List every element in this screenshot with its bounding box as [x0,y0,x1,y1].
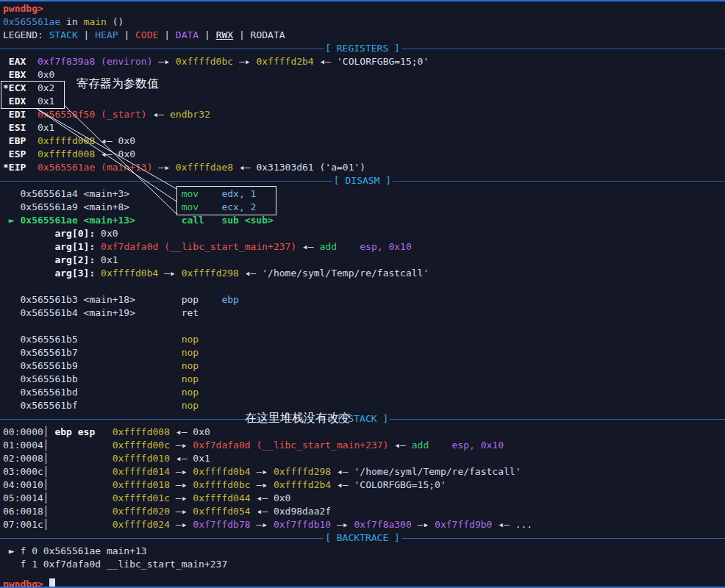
top-border-line [0,0,725,1]
stack-row-00: 00:0000│ ebp esp 0xffffd008 ◂— 0x0 [3,426,725,439]
annotation-register-note: 寄存器为参数值 [76,77,159,90]
register-row-eax: EAX 0xf7f839a8 (environ) —▸ 0xffffd0bc —… [3,55,725,68]
stack-row-07: 07:001c│ 0xffffd024 —▸ 0xf7ffdb78 —▸ 0xf… [3,518,725,531]
register-row-esi: ESI 0x1 [3,121,725,135]
divider-stack: [ STACK ] [0,412,725,426]
blank-line [3,320,725,333]
stack-row-04: 04:0010│ 0xffffd018 —▸ 0xffffd0bc —▸ 0xf… [3,478,725,492]
section-label: [ DISASM ] [332,174,393,187]
annotation-box-disasm [176,186,276,215]
stack-row-03: 03:000c│ 0xffffd014 —▸ 0xffffd0b4 —▸ 0xf… [3,465,725,478]
divider-registers: [ REGISTERS ] [0,42,725,55]
backtrace-frame-1: f 1 0xf7dafa0d __libc_start_main+237 [3,558,725,571]
disasm-row-main19: 0x565561b4 <main+19> ret [3,306,725,320]
disasm-row-nop-4: 0x565561bb nop [3,373,725,386]
prompt-line: pwndbg> [3,2,725,15]
disasm-row-nop-5: 0x565561bd nop [3,386,725,399]
section-label: [ REGISTERS ] [324,42,401,55]
stack-row-01: 01:0004│ 0xffffd00c —▸ 0xf7dafa0d (__lib… [3,439,725,452]
terminal-screen: pwndbg> 0x565561ae in main ()LEGEND: STA… [0,0,725,588]
divider-dash [0,538,324,539]
disasm-row-main8: 0x565561a9 <main+8> mov ecx, 2 [3,201,725,214]
annotation-stack-note: 在这里堆栈没有改变 [245,412,351,425]
divider-dash [0,181,332,182]
disasm-row-main13-current: ► 0x565561ae <main+13> call sub <sub> [3,214,725,227]
register-row-edx: EDX 0x1 [3,95,725,108]
divider-backtrace: [ BACKTRACE ] [0,531,725,545]
divider-dash [0,49,324,49]
disasm-arg-3: arg[3]: 0xffffd0b4 —▸ 0xffffd298 ◂— '/ho… [3,267,725,280]
divider-disasm: [ DISASM ] [0,174,725,187]
disasm-row-nop-2: 0x565561b7 nop [3,346,725,359]
disasm-row-main3: 0x565561a4 <main+3> mov edx, 1 [3,187,725,201]
disasm-arg-0: arg[0]: 0x0 [3,227,725,240]
register-row-ebp: EBP 0xffffd008 ◂— 0x0 [3,135,725,148]
divider-dash [390,419,725,420]
blank-line [3,280,725,293]
disasm-row-nop-3: 0x565561b9 nop [3,359,725,373]
backtrace-frame-0: ► f 0 0x565561ae main+13 [3,545,725,558]
section-label: [ BACKTRACE ] [324,531,401,545]
annotation-box-registers [1,81,65,109]
divider-dash [401,49,725,49]
disasm-row-nop-6: 0x565561bf nop [3,399,725,412]
disasm-row-nop-1: 0x565561b5 nop [3,333,725,346]
stack-row-06: 06:0018│ 0xffffd020 —▸ 0xffffd054 ◂— 0xd… [3,505,725,518]
disasm-arg-2: arg[2]: 0x1 [3,254,725,267]
register-row-esp: ESP 0xffffd008 ◂— 0x0 [3,148,725,161]
register-row-eip: *EIP 0x565561ae (main+13) —▸ 0xffffdae8 … [3,161,725,174]
divider-dash [401,538,725,539]
disasm-arg-1: arg[1]: 0xf7dafa0d (__libc_start_main+23… [3,240,725,254]
legend-line: LEGEND: STACK | HEAP | CODE | DATA | RWX… [3,29,725,42]
register-row-edi: EDI 0x56558f50 (_start) ◂— endbr32 [3,108,725,121]
divider-dash [393,181,725,182]
stack-row-05: 05:0014│ 0xffffd01c —▸ 0xffffd044 ◂— 0x0 [3,492,725,505]
stack-row-02: 02:0008│ 0xffffd010 ◂— 0x1 [3,452,725,465]
stop-location-line: 0x565561ae in main () [3,15,725,29]
disasm-row-main18: 0x565561b3 <main+18> pop ebp [3,293,725,306]
